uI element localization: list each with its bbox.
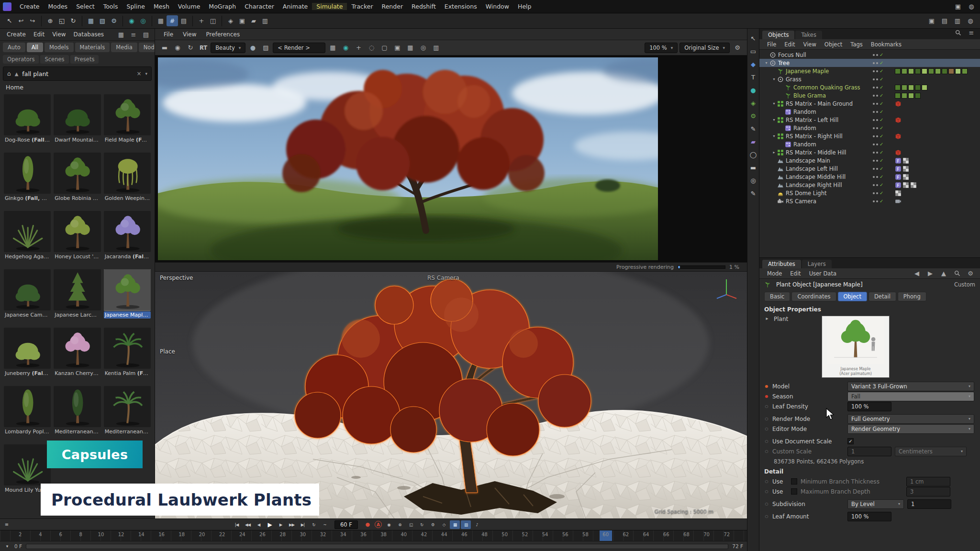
- visibility-dot[interactable]: [876, 135, 878, 137]
- enable-check-icon[interactable]: ✓: [880, 68, 885, 74]
- visibility-dot[interactable]: [873, 54, 875, 56]
- settings-icon[interactable]: ⚙: [965, 268, 976, 279]
- gear-icon[interactable]: ⚙: [732, 42, 743, 53]
- subtab-scenes[interactable]: Scenes: [40, 55, 68, 64]
- null-object-icon[interactable]: [769, 60, 776, 66]
- matrix-object-icon[interactable]: [777, 133, 784, 140]
- matrix-object-icon[interactable]: [777, 100, 784, 107]
- asset-item[interactable]: Ginkgo (Fall, Plant): [4, 153, 51, 209]
- frame-ruler[interactable]: 2468101214161820222426283032343638404244…: [0, 530, 747, 541]
- range-start[interactable]: 0 F: [14, 543, 22, 549]
- panel-menu-icon[interactable]: ▤: [140, 29, 152, 40]
- material-swatch[interactable]: [908, 68, 914, 74]
- asset-search-bar[interactable]: ⌂ ▲ fall plant × ▾: [3, 66, 152, 81]
- render-menu-file[interactable]: File: [159, 31, 178, 38]
- texture-tag-icon[interactable]: [910, 182, 917, 188]
- pencil-icon[interactable]: ✎: [747, 188, 759, 198]
- custom-scale-unit-dropdown[interactable]: Centimeters▾: [895, 447, 967, 456]
- enable-check-icon[interactable]: ✓: [880, 52, 885, 57]
- material-swatch[interactable]: [915, 93, 921, 99]
- subtab-presets[interactable]: Presets: [70, 55, 99, 64]
- object-row[interactable]: Random✓: [759, 108, 980, 116]
- keyframe-dot[interactable]: ●: [764, 394, 769, 398]
- light-object-icon[interactable]: [777, 190, 784, 197]
- render-settings-icon[interactable]: ⚙: [108, 15, 120, 26]
- object-row[interactable]: Focus Null✓: [759, 51, 980, 59]
- visibility-dot[interactable]: [876, 176, 878, 178]
- texture-tag-icon[interactable]: [902, 182, 909, 188]
- layout-monitor-icon[interactable]: ▣: [926, 15, 937, 26]
- rs-settings-icon[interactable]: ◎: [137, 15, 149, 26]
- render-mode-dropdown[interactable]: Full Geometry▾: [847, 414, 974, 424]
- asset-menu-view[interactable]: View: [48, 31, 69, 38]
- move-icon[interactable]: ⊕: [45, 15, 56, 26]
- visibility-dot[interactable]: [873, 160, 875, 162]
- render-pass-dropdown[interactable]: Beauty▾: [211, 43, 245, 53]
- enable-check-icon[interactable]: ✓: [880, 198, 885, 204]
- matrix-object-icon[interactable]: [777, 117, 784, 123]
- object-row[interactable]: ▾RS Matrix - Main Ground✓: [759, 99, 980, 108]
- workplane-icon[interactable]: ◫: [207, 15, 219, 26]
- object-row[interactable]: Random✓: [759, 140, 980, 148]
- camera-object-icon[interactable]: [777, 198, 784, 205]
- asset-item[interactable]: Japanese Maple (Fall, Plant): [104, 269, 151, 326]
- transform-icon[interactable]: ↖: [747, 33, 759, 43]
- axis-gizmo-icon[interactable]: [713, 276, 739, 301]
- menu-mesh[interactable]: Mesh: [149, 3, 174, 10]
- attr-tab-basic[interactable]: Basic: [764, 292, 790, 301]
- visibility-dot[interactable]: [873, 62, 875, 64]
- material-swatch[interactable]: [902, 93, 907, 99]
- menu-spline[interactable]: Spline: [122, 3, 149, 10]
- object-row[interactable]: RS Camera✓: [759, 197, 980, 205]
- visibility-dot[interactable]: [876, 78, 878, 80]
- visibility-dot[interactable]: [873, 135, 875, 137]
- material-sphere-icon[interactable]: ●: [747, 85, 759, 95]
- object-row[interactable]: Blue Grama✓: [759, 91, 980, 99]
- material-swatch[interactable]: [935, 68, 941, 74]
- redcube-tag-icon[interactable]: [895, 149, 902, 156]
- visibility-dot[interactable]: [876, 127, 878, 129]
- max-branch-depth-checkbox[interactable]: [791, 488, 797, 495]
- asset-item[interactable]: Kanzan Cherry (Fall, Plant): [54, 328, 100, 384]
- tab-layers[interactable]: Layers: [802, 260, 832, 268]
- circle-tool-icon[interactable]: ◯: [747, 150, 759, 159]
- keyframe-dot[interactable]: ○: [764, 417, 769, 421]
- clear-search-icon[interactable]: ×: [136, 70, 141, 77]
- keyframe-dot[interactable]: ○: [764, 502, 769, 506]
- range-end[interactable]: 72 F: [732, 543, 743, 549]
- next-frame-icon[interactable]: ▶: [276, 520, 286, 529]
- axis-icon[interactable]: +: [196, 15, 207, 26]
- lasso-icon[interactable]: ◌: [366, 42, 377, 53]
- modeling-icon[interactable]: ▣: [236, 15, 248, 26]
- object-row[interactable]: Japanese Maple✓: [759, 67, 980, 75]
- material-swatch[interactable]: [948, 68, 954, 74]
- goto-start-icon[interactable]: |◀: [232, 520, 242, 529]
- menu-redshift[interactable]: Redshift: [407, 3, 440, 10]
- enable-check-icon[interactable]: ✓: [880, 101, 885, 106]
- prev-key-icon[interactable]: ◀◀: [243, 520, 253, 529]
- asset-item[interactable]: Lombardy Poplar (Fall, Plant): [4, 386, 51, 442]
- material-swatch[interactable]: [915, 85, 921, 90]
- min-branch-thickness-checkbox[interactable]: [791, 478, 797, 485]
- attr-tab-detail[interactable]: Detail: [869, 292, 896, 301]
- visibility-dot[interactable]: [876, 103, 878, 105]
- render-menu-preferences[interactable]: Preferences: [201, 31, 245, 38]
- enable-check-icon[interactable]: ✓: [880, 133, 885, 139]
- ftag-tag-icon[interactable]: F: [895, 165, 902, 172]
- enable-check-icon[interactable]: ✓: [880, 109, 885, 114]
- quantize-icon[interactable]: ▤: [178, 15, 189, 26]
- random-object-icon[interactable]: [785, 141, 791, 148]
- keyframe-dot[interactable]: ○: [764, 439, 769, 443]
- ipr-grid-icon[interactable]: ▦: [327, 42, 338, 53]
- timeline-menu-icon[interactable]: ≡: [3, 519, 11, 530]
- forward-icon[interactable]: ▶: [924, 268, 936, 279]
- visibility-dot[interactable]: [876, 62, 878, 64]
- menu-tracker[interactable]: Tracker: [347, 3, 377, 10]
- attr-tab-coordinates[interactable]: Coordinates: [791, 292, 836, 301]
- asset-item[interactable]: Juneberry (Fall, Plant): [4, 328, 51, 384]
- texture-tag-icon[interactable]: [895, 190, 902, 197]
- filter-icon[interactable]: ≡: [966, 29, 977, 38]
- account-icon[interactable]: ◍: [966, 1, 977, 12]
- home-icon[interactable]: ⌂: [7, 70, 11, 77]
- viewport-label[interactable]: Perspective: [160, 275, 193, 281]
